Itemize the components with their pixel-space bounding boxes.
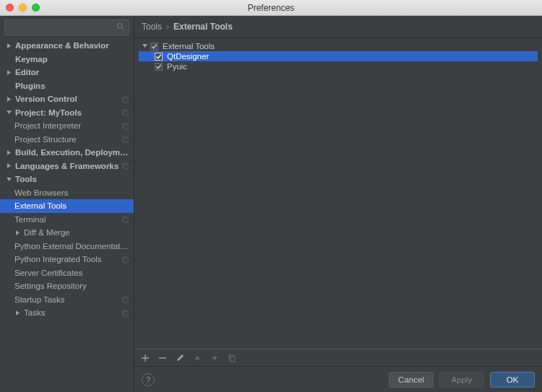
disclosure-right-icon — [14, 310, 21, 316]
sidebar-item-label: Project Structure — [14, 135, 121, 144]
sidebar-item[interactable]: Diff & Merge — [0, 226, 134, 240]
disclosure-down-icon — [142, 42, 149, 51]
main-panel: Tools › External Tools External ToolsQtD… — [134, 16, 542, 392]
sidebar-item[interactable]: Python External Documentation — [0, 240, 134, 253]
tool-item-label: Pyuic — [167, 62, 187, 71]
sidebar-item-label: Version Control — [15, 95, 121, 103]
remove-icon — [158, 354, 167, 362]
add-button[interactable] — [140, 353, 150, 363]
sidebar-item[interactable]: Editor — [0, 66, 134, 79]
sidebar-item[interactable]: Keymap — [0, 53, 134, 66]
tool-group-label: External Tools — [163, 42, 215, 51]
svg-rect-19 — [124, 311, 129, 315]
sidebar-item[interactable]: Project: MyTools — [0, 106, 134, 120]
sidebar-item-label: Project: MyTools — [15, 108, 121, 117]
sidebar-item-label: Plugins — [15, 82, 129, 90]
svg-line-1 — [122, 28, 124, 30]
project-scope-icon — [121, 135, 129, 143]
checkbox[interactable] — [150, 43, 158, 51]
sidebar-item[interactable]: Web Browsers — [0, 186, 134, 200]
minimize-window-button[interactable] — [19, 4, 27, 12]
move-up-icon — [194, 354, 201, 362]
tool-group-row[interactable]: External Tools — [139, 41, 538, 51]
sidebar-item-label: Editor — [15, 68, 129, 77]
sidebar-item-label: Python External Documentation — [14, 242, 129, 251]
search-icon — [116, 22, 125, 31]
move-down-button[interactable] — [210, 353, 220, 363]
move-down-icon — [211, 354, 218, 362]
svg-rect-7 — [124, 124, 129, 129]
apply-button[interactable]: Apply — [439, 372, 484, 388]
sidebar-item-label: Web Browsers — [14, 188, 129, 197]
checkbox[interactable] — [155, 63, 163, 71]
svg-rect-17 — [124, 298, 129, 302]
sidebar-item-label: Settings Repository — [14, 282, 129, 290]
sidebar-item[interactable]: Plugins — [0, 79, 134, 93]
sidebar-tree: Appearance & BehaviorKeymapEditorPlugins… — [0, 39, 134, 392]
disclosure-right-icon — [6, 96, 12, 103]
sidebar-item-label: Build, Execution, Deployment — [15, 148, 129, 157]
traffic-lights — [6, 4, 40, 12]
checkbox[interactable] — [155, 53, 163, 61]
cancel-button[interactable]: Cancel — [389, 372, 434, 388]
sidebar-item[interactable]: Server Certificates — [0, 266, 134, 280]
svg-rect-21 — [231, 357, 235, 362]
breadcrumb-current: External Tools — [173, 22, 233, 32]
project-scope-icon — [121, 122, 129, 130]
sidebar-item[interactable]: Tools — [0, 173, 134, 186]
sidebar-item-label: Tasks — [24, 308, 121, 317]
sidebar-item[interactable]: Build, Execution, Deployment — [0, 146, 134, 160]
svg-rect-9 — [124, 138, 129, 142]
sidebar: Appearance & BehaviorKeymapEditorPlugins… — [0, 16, 134, 392]
move-up-button[interactable] — [192, 353, 202, 363]
disclosure-right-icon — [6, 69, 12, 76]
sidebar-item[interactable]: Languages & Frameworks — [0, 160, 134, 173]
sidebar-item[interactable]: Settings Repository — [0, 279, 134, 293]
ok-button[interactable]: OK — [490, 372, 535, 388]
external-tools-tree: External ToolsQtDesignerPyuic — [134, 38, 542, 349]
breadcrumb-parent[interactable]: Tools — [142, 22, 162, 32]
sidebar-item[interactable]: Appearance & Behavior — [0, 39, 134, 53]
sidebar-item[interactable]: Project Structure — [0, 133, 134, 147]
help-button[interactable]: ? — [142, 373, 155, 386]
breadcrumb-separator: › — [166, 22, 169, 32]
sidebar-item[interactable]: External Tools — [0, 199, 134, 213]
svg-rect-5 — [124, 111, 129, 116]
add-icon — [141, 354, 150, 362]
sidebar-item-label: External Tools — [14, 201, 129, 210]
project-scope-icon — [121, 309, 129, 317]
copy-button[interactable] — [227, 353, 237, 363]
tool-item-label: QtDesigner — [167, 52, 209, 61]
project-scope-icon — [121, 215, 129, 223]
sidebar-item[interactable]: Python Integrated Tools — [0, 253, 134, 266]
sidebar-item[interactable]: Startup Tasks — [0, 293, 134, 307]
tool-item-row[interactable]: Pyuic — [139, 61, 538, 71]
project-scope-icon — [121, 108, 129, 116]
sidebar-item[interactable]: Tasks — [0, 306, 134, 320]
sidebar-item-label: Terminal — [14, 215, 121, 224]
titlebar: Preferences — [0, 0, 542, 16]
sidebar-item[interactable]: Project Interpreter — [0, 119, 134, 133]
svg-rect-15 — [124, 258, 129, 262]
sidebar-item[interactable]: Version Control — [0, 92, 134, 106]
dialog-footer: ? Cancel Apply OK — [134, 366, 542, 392]
breadcrumb: Tools › External Tools — [134, 16, 542, 38]
project-scope-icon — [121, 256, 129, 263]
sidebar-item-label: Project Interpreter — [14, 121, 121, 130]
search-input[interactable] — [4, 19, 129, 35]
svg-rect-11 — [124, 165, 129, 169]
remove-button[interactable] — [158, 353, 168, 363]
tool-item-row[interactable]: QtDesigner — [139, 51, 538, 61]
project-scope-icon — [121, 162, 129, 170]
edit-icon — [176, 354, 184, 362]
sidebar-item-label: Startup Tasks — [14, 295, 121, 304]
close-window-button[interactable] — [6, 4, 14, 12]
disclosure-down-icon — [6, 109, 12, 116]
edit-button[interactable] — [175, 353, 185, 363]
project-scope-icon — [121, 95, 129, 103]
sidebar-item[interactable]: Terminal — [0, 213, 134, 227]
project-scope-icon — [121, 295, 129, 303]
svg-rect-3 — [124, 97, 129, 102]
sidebar-item-label: Python Integrated Tools — [14, 255, 121, 263]
zoom-window-button[interactable] — [32, 4, 40, 12]
